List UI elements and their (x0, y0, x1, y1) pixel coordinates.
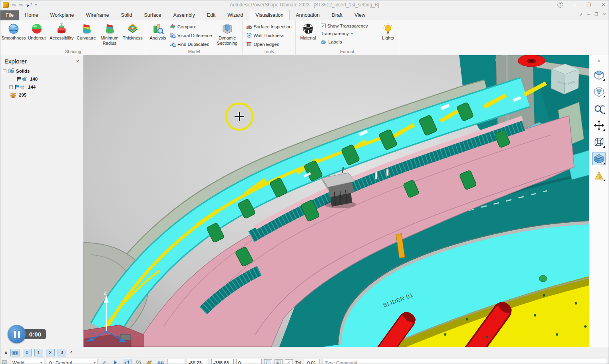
coord-mode-icon[interactable] (264, 359, 272, 364)
view-from-top-button[interactable] (592, 85, 606, 98)
wireframe-view-button[interactable] (592, 135, 606, 148)
pan-arrows-icon (593, 120, 605, 131)
iso-view-button[interactable] (592, 68, 606, 81)
open-edges-button[interactable]: Open Edges (244, 40, 294, 48)
pause-button[interactable] (8, 325, 26, 343)
pan-button[interactable] (592, 119, 606, 132)
chevron-down-icon: ▾ (40, 361, 42, 364)
level-button-0[interactable]: 0 (23, 349, 32, 356)
assembly-warning-button[interactable] (592, 169, 606, 182)
transparency-dropdown[interactable]: Transparency ▾ (319, 30, 379, 37)
level-button-3[interactable]: 3 (58, 349, 66, 356)
grid-snap-icon[interactable] (156, 359, 165, 364)
ribbon-collapse-icon[interactable]: ∧ (580, 12, 583, 16)
level-button-1[interactable]: 1 (34, 349, 43, 356)
help-icon[interactable]: ? (557, 2, 563, 8)
restore-icon[interactable]: ❐ (586, 2, 592, 8)
labels-button[interactable]: Labels (319, 38, 379, 46)
doc-close-icon[interactable]: ✕ (603, 12, 606, 16)
x-coordinate-field[interactable] (187, 359, 209, 364)
tab-wireframe[interactable]: Wireframe (80, 10, 115, 20)
accessibility-button[interactable]: Accessibility (48, 21, 75, 41)
tab-visualisation[interactable]: Visualisation (249, 10, 290, 20)
angle-icon[interactable] (285, 359, 293, 364)
levels-tool-button[interactable] (10, 349, 20, 356)
close-icon[interactable]: ✕ (601, 2, 606, 8)
thickness-button[interactable]: Thickness (121, 21, 144, 41)
explorer-panel: Explorer × − Solids (0, 55, 84, 347)
levels-bar: × 0 1 2 3 4 (0, 347, 609, 358)
labels-icon (321, 39, 327, 45)
show-transparency-checkbox[interactable]: ✓ Show Transparency (319, 23, 379, 29)
shaded-cube-icon (593, 153, 605, 164)
doc-minimize-icon[interactable]: – (587, 12, 590, 16)
svg-text:x: x (105, 362, 107, 364)
tab-view[interactable]: View (348, 10, 371, 20)
iso-cube-icon (593, 69, 605, 81)
level-button-2[interactable]: 2 (46, 349, 55, 356)
accessibility-cylinder-icon (56, 23, 68, 35)
analysis-button[interactable]: Analysis (148, 21, 168, 41)
surface-inspection-icon (246, 24, 252, 30)
shaded-view-button[interactable] (592, 152, 606, 165)
tab-assembly[interactable]: Assembly (167, 10, 201, 20)
z-coordinate-field[interactable] (236, 359, 262, 364)
wall-thickness-button[interactable]: Wall Thickness (244, 32, 294, 39)
tree-node-solids[interactable]: − Solids (3, 67, 83, 75)
minimum-radius-button[interactable]: Minimum Radius (98, 21, 121, 46)
zoom-1to1-button[interactable]: 1:1 (592, 102, 606, 115)
cursor-select-icon[interactable] (111, 359, 120, 364)
tab-workplane[interactable]: Workplane (44, 10, 80, 20)
lights-button[interactable]: Lights (379, 21, 397, 41)
workplane-xy-icon[interactable]: x (100, 359, 109, 364)
smoothness-sphere-icon (8, 23, 20, 35)
z-lock-icon[interactable]: z (123, 359, 131, 364)
open-edges-icon (246, 41, 252, 47)
compare-button[interactable]: Compare (168, 23, 214, 30)
doc-restore-icon[interactable]: ❐ (595, 12, 598, 16)
explorer-title: Explorer (4, 58, 27, 65)
curvature-button[interactable]: Curvature (75, 21, 98, 41)
status-corner-icon[interactable] (2, 360, 8, 364)
explorer-close-icon[interactable]: × (76, 58, 79, 64)
levels-close-icon[interactable]: × (4, 350, 8, 356)
material-button[interactable]: Material (297, 21, 319, 41)
spiral-icon[interactable] (134, 359, 143, 364)
relative-coords-icon[interactable]: # (275, 359, 283, 364)
tab-annotation[interactable]: Annotation (290, 10, 326, 20)
expand-icon[interactable]: + (9, 85, 13, 89)
intelligent-cursor-icon[interactable] (145, 359, 154, 364)
tab-wizard[interactable]: Wizard (221, 10, 249, 20)
window-title: Autodesk PowerShape Ultimate 2023 - [ST3… (0, 2, 609, 8)
minimize-icon[interactable]: – (572, 2, 577, 8)
surface-inspection-button[interactable]: Surface Inspection (244, 23, 294, 30)
y-coordinate-field[interactable] (211, 359, 234, 364)
model-group-label: Model (148, 49, 241, 55)
workplane-select[interactable]: World ▾ (10, 359, 44, 364)
tree-node-144[interactable]: + 144 (3, 83, 83, 91)
visual-difference-button[interactable]: Visual Difference (168, 32, 214, 39)
curvature-cone-icon (80, 23, 92, 35)
command-input[interactable] (322, 359, 607, 364)
tolerance-value[interactable]: 0.01 (304, 359, 320, 364)
tab-file[interactable]: File (0, 10, 19, 20)
tab-surface[interactable]: Surface (138, 10, 167, 20)
collapse-icon[interactable]: − (3, 69, 6, 73)
tree-node-140[interactable]: 140 (3, 75, 83, 83)
viewport-3d[interactable]: RIGHT BACK (84, 55, 589, 347)
tab-edit[interactable]: Edit (201, 10, 222, 20)
level-select[interactable]: 0 : General ▾ (47, 359, 98, 364)
find-duplicates-button[interactable]: Find Duplicates (168, 40, 214, 48)
smoothness-button[interactable]: Smoothness (2, 21, 25, 41)
tools-group-label: Tools (244, 49, 294, 55)
tab-solid[interactable]: Solid (115, 10, 138, 20)
ribbon-group-model: Analysis Compare (146, 20, 243, 55)
tree-node-295[interactable]: 295 (3, 91, 83, 99)
toolbar-close-icon[interactable]: × (597, 58, 601, 65)
tab-draft[interactable]: Draft (326, 10, 348, 20)
level-button-4[interactable]: 4 (70, 350, 73, 355)
tab-home[interactable]: Home (19, 10, 44, 20)
dynamic-sectioning-button[interactable]: Dynamic Sectioning (214, 21, 241, 46)
undercut-button[interactable]: Undercut (25, 21, 48, 41)
viewport-canvas[interactable]: RIGHT BACK (84, 55, 589, 347)
